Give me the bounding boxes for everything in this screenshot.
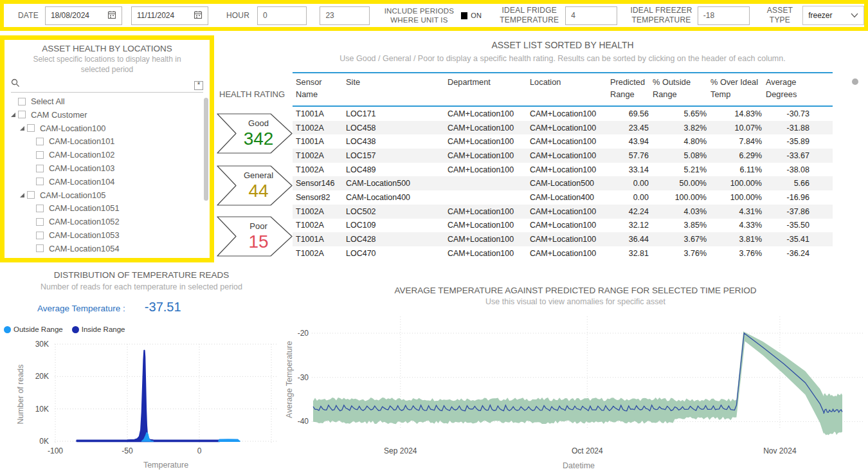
checkbox-icon[interactable] [18,111,26,118]
legend-label: Inside Range [82,325,125,333]
legend-item[interactable]: Inside Range [72,325,125,333]
table-cell: 50.00% [653,179,710,188]
table-row[interactable]: T1002ALOC109CAM+Location100CAM+Location1… [293,219,833,233]
ideal-freezer-input[interactable]: -18 [698,6,750,25]
checkbox-icon[interactable] [36,244,44,252]
table-row[interactable]: T1002ALOC489CAM+Location100CAM+Location1… [293,163,833,177]
date-to-input[interactable]: 11/11/2024 [131,6,208,25]
column-header[interactable]: Average Degrees [766,77,813,103]
table-row[interactable]: T1002ALOC458CAM+Location100CAM+Location1… [293,121,833,135]
toggle-icon[interactable] [461,12,467,19]
table-cell: 5.21% [653,165,710,174]
table-cell: 3.76% [710,249,766,258]
table-cell: LOC157 [346,151,448,160]
tree-item[interactable]: CAM-Location100 [5,122,210,135]
table-row[interactable]: Sensor146CAM-Location500CAM-Location5000… [293,176,833,190]
table-cell: 100.00% [710,193,766,202]
legend-item[interactable]: Outside Range [4,325,63,333]
expand-all-icon[interactable]: * [194,81,203,90]
table-cell: T1001A [296,235,346,244]
health-rating-filter[interactable]: General 44 [217,165,293,206]
checkbox-icon[interactable] [36,232,44,239]
checkbox-icon[interactable] [36,178,44,185]
table-cell: 36.44 [610,235,653,244]
table-cell: T1002A [296,221,346,230]
checkbox-icon[interactable] [36,138,44,145]
checkbox-icon[interactable] [27,124,35,132]
column-header[interactable]: Site [346,77,448,103]
checkbox-icon[interactable] [36,205,44,212]
table-row[interactable]: T1001ALOC171CAM+Location100CAM+Location1… [293,107,833,121]
column-header[interactable]: % Outside Range [653,77,710,103]
table-row[interactable]: T1002ALOC470CAM+Location100CAM+Location1… [293,246,833,261]
health-rating-filter[interactable]: Good 342 [217,113,293,154]
chevron-down-icon [851,11,858,20]
table-cell: -35.89 [766,137,813,146]
table-scrollbar-thumb[interactable] [852,78,858,85]
table-cell: T1001A [296,109,346,118]
hour-to-input[interactable]: 23 [320,6,369,25]
date-from-input[interactable]: 18/08/2024 [45,6,122,25]
column-header[interactable]: % Over Ideal Temp [710,77,766,103]
table-cell: LOC502 [346,207,448,216]
expand-icon[interactable] [11,113,15,117]
table-cell: 43.94 [610,137,653,146]
table-cell: LOC171 [346,109,448,118]
column-header[interactable]: Sensor Name [296,77,346,103]
tree-item[interactable]: CAM-Location104 [5,175,210,188]
tree-item[interactable]: CAM-Location1053 [5,228,210,242]
health-rating-name: Poor [236,221,281,231]
table-row[interactable]: T1002ALOC502CAM+Location100CAM+Location1… [293,205,833,219]
table-row[interactable]: T1001ALOC438CAM+Location100CAM+Location1… [293,134,833,149]
hour-from-input[interactable]: 0 [257,6,307,25]
checkbox-icon[interactable] [27,191,35,199]
range-chart-title: AVERAGE TEMPERATURE AGAINST PREDICTED RA… [283,286,868,295]
checkbox-icon[interactable] [36,165,44,172]
search-input[interactable] [24,80,194,90]
svg-text:30K: 30K [35,340,49,349]
tree-item-label: CAM-Location100 [40,124,105,133]
table-row[interactable]: Sensor82CAM-Location400CAM-Location4000.… [293,190,833,205]
table-row[interactable]: T1001ALOC428CAM+Location100CAM+Location1… [293,232,833,246]
date-label: DATE [18,11,39,20]
tree-item[interactable]: CAM Customer [5,108,210,122]
table-cell: Sensor82 [296,193,346,202]
tree-item[interactable]: Select All [5,95,210,108]
column-header[interactable]: Department [448,77,530,103]
locations-subtitle: Select specific locations to display hea… [5,53,210,75]
table-cell: LOC109 [346,221,448,230]
column-header[interactable]: Predicted Range [610,77,653,103]
tree-item[interactable]: CAM-Location1051 [5,202,210,215]
calendar-icon[interactable] [107,10,116,21]
asset-type-dropdown[interactable]: freezer [802,6,864,25]
ideal-fridge-input[interactable]: 4 [565,6,617,25]
table-cell: 32.81 [610,249,653,258]
ideal-freezer-value: -18 [703,11,744,20]
svg-text:Temperature: Temperature [143,461,188,470]
expand-icon[interactable] [20,193,24,197]
table-row[interactable]: T1002ALOC157CAM+Location100CAM+Location1… [293,149,833,163]
expand-icon[interactable] [20,126,24,131]
table-cell: 3.82% [653,124,710,133]
tree-item[interactable]: CAM-Location1052 [5,215,210,228]
health-rating-filter[interactable]: Poor 15 [217,216,293,257]
tree-scrollbar[interactable] [204,98,208,201]
column-header[interactable]: Location [530,77,610,103]
health-rating-count: 44 [236,181,281,201]
calendar-icon[interactable] [194,10,203,21]
svg-text:20K: 20K [35,372,49,381]
checkbox-icon[interactable] [36,151,44,159]
checkbox-icon[interactable] [18,98,26,105]
asset-table: ASSET LIST SORTED BY HEALTH Use Good / G… [293,40,833,261]
tree-item[interactable] [5,255,210,258]
tree-item-label: CAM-Location104 [49,177,114,187]
tree-item[interactable]: CAM-Location102 [5,148,210,161]
table-cell: CAM+Location100 [530,207,610,216]
tree-item-label: CAM-Location102 [49,150,114,160]
tree-item[interactable]: CAM-Location103 [5,161,210,175]
tree-item[interactable]: CAM-Location105 [5,188,210,202]
tree-item[interactable]: CAM-Location1054 [5,242,210,255]
checkbox-icon[interactable] [36,218,44,226]
tree-item[interactable]: CAM-Location101 [5,135,210,149]
table-cell: T1002A [296,151,346,160]
